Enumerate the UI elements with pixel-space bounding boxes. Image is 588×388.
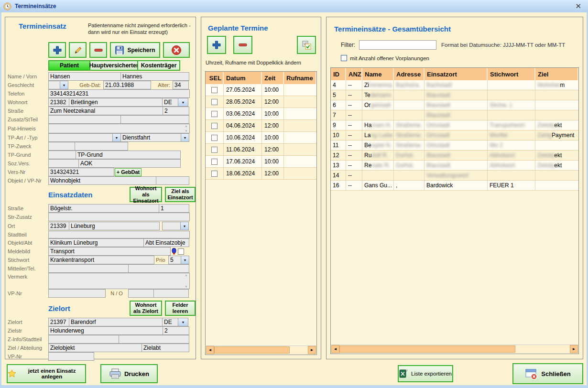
termin-zeit[interactable]: 12:00 bbox=[262, 168, 284, 179]
z-info-field2[interactable] bbox=[119, 335, 189, 344]
row-checkbox[interactable] bbox=[211, 111, 218, 117]
delete-button[interactable] bbox=[89, 42, 107, 58]
city-field[interactable]: Brietlingen bbox=[69, 98, 163, 107]
print-button[interactable]: Drucken bbox=[100, 364, 158, 383]
scrollbar[interactable]: ▲▼ bbox=[184, 274, 189, 288]
col-datum[interactable]: Datum bbox=[224, 72, 262, 84]
col-id[interactable]: ID bbox=[331, 68, 346, 80]
chevron-down-icon[interactable]: ▼ bbox=[181, 134, 189, 141]
birthdate-field[interactable]: 21.03.1988 bbox=[103, 81, 151, 89]
termin-rufname[interactable] bbox=[284, 132, 316, 143]
versnr-field[interactable]: 314324321 bbox=[48, 168, 114, 176]
planned-termin-row[interactable]: 04.06.2024 12:00 bbox=[206, 120, 316, 132]
col-zeit[interactable]: Zeit bbox=[262, 72, 284, 84]
edit-button[interactable] bbox=[69, 42, 87, 58]
z-abt-field[interactable]: Zielabt bbox=[142, 344, 189, 352]
vorplanungen-checkbox[interactable] bbox=[341, 55, 347, 61]
gebdat-button[interactable]: + GebDat bbox=[115, 168, 142, 176]
scrollbar-thumb[interactable] bbox=[214, 346, 290, 354]
termin-datum[interactable]: 11.06.2024 bbox=[224, 144, 262, 155]
phone-field[interactable]: 334143214231 bbox=[48, 89, 190, 98]
scroll-left-button[interactable]: ◄ bbox=[331, 345, 339, 353]
overview-row[interactable]: 14 -- Verwaltungswort bbox=[331, 171, 578, 181]
col-name[interactable]: Name bbox=[362, 68, 394, 80]
termin-zeit[interactable]: 10:00 bbox=[262, 84, 284, 96]
overview-row[interactable]: 7 -- Blaustadt bbox=[331, 110, 578, 120]
chevron-down-icon[interactable]: ▼ bbox=[180, 222, 188, 230]
chevron-down-icon[interactable]: ▼ bbox=[112, 134, 120, 141]
scroll-left-button[interactable]: ◄ bbox=[206, 346, 214, 354]
e-mitteiler-field2[interactable] bbox=[128, 264, 189, 273]
z-housenr-field[interactable]: 2 bbox=[163, 326, 189, 335]
termin-zeit[interactable]: 12:00 bbox=[262, 96, 284, 108]
overview-row[interactable]: 10 -- Lang Ludw. Straßenw. Ortsstadt Wor… bbox=[331, 130, 578, 140]
street-field[interactable]: Zum Neetzekanal bbox=[48, 107, 163, 115]
felder-leeren-button[interactable]: Felder leeren bbox=[165, 301, 196, 316]
z-vpnr-field[interactable] bbox=[48, 352, 94, 361]
termin-zeit[interactable]: 12:00 bbox=[262, 144, 284, 155]
overview-row[interactable]: 13 -- Renate R. Dorfstr. Blaustadt Abhol… bbox=[331, 161, 578, 171]
add-termin-button[interactable] bbox=[207, 36, 226, 54]
scroll-right-button[interactable]: ► bbox=[570, 345, 578, 353]
termin-rufname[interactable] bbox=[284, 144, 316, 155]
meldebild-checkbox[interactable] bbox=[178, 248, 184, 255]
overview-row[interactable]: 4 -- Zimmerma. Bachstra. Bachstadt Wohnh… bbox=[331, 80, 578, 90]
z-street-field[interactable]: Holunderweg bbox=[48, 326, 163, 335]
overview-row[interactable]: 6 -- Orgelstadt Blaustadt Stichw. 1 bbox=[331, 100, 578, 110]
e-vpnr-field3[interactable] bbox=[153, 289, 189, 298]
z-objekt-field[interactable]: Zielobjekt bbox=[48, 344, 142, 352]
zip-field[interactable]: 21382 bbox=[48, 98, 69, 107]
e-city-field[interactable]: Lüneburg bbox=[69, 222, 160, 230]
housenr-field[interactable]: 2 bbox=[163, 107, 189, 115]
col-einsatzort[interactable]: Einsatzort bbox=[425, 68, 488, 80]
ziel-als-einsatzort-button[interactable]: Ziel als Einsatzort bbox=[165, 187, 196, 202]
vp-nr-field[interactable] bbox=[156, 176, 189, 185]
planned-termin-row[interactable]: 03.06.2024 10:00 bbox=[206, 108, 316, 120]
e-abt-field[interactable]: Abt Einsatzobje bbox=[143, 238, 189, 247]
col-stichwort[interactable]: Stichwort bbox=[488, 68, 535, 80]
tp-zweck-field1[interactable] bbox=[48, 142, 75, 151]
termin-rufname[interactable] bbox=[284, 96, 316, 108]
e-stichwort-field[interactable]: Krankentransport bbox=[48, 256, 154, 264]
tab-patient[interactable]: Patient bbox=[48, 60, 90, 71]
chevron-down-icon[interactable]: ▼ bbox=[181, 256, 189, 264]
select-all-button[interactable] bbox=[297, 36, 316, 54]
lastname-field[interactable]: Hansen bbox=[48, 72, 121, 81]
e-stadtteil-field[interactable] bbox=[48, 231, 190, 238]
scrollbar-thumb[interactable] bbox=[339, 345, 515, 353]
zusatz-field2[interactable] bbox=[120, 115, 189, 124]
tp-typ-select[interactable]: Dienstfahrt▼ bbox=[120, 133, 189, 142]
overview-row[interactable]: 11 -- Beispiel N. Straßenw. Ortsstadt Wo… bbox=[331, 140, 578, 151]
tp-grund-field2[interactable]: TP-Grund bbox=[76, 151, 181, 159]
planned-termin-row[interactable]: 18.06.2024 12:00 bbox=[206, 168, 316, 180]
row-checkbox[interactable] bbox=[211, 147, 218, 153]
scroll-right-button[interactable]: ► bbox=[308, 346, 316, 354]
tp-grund-field1[interactable] bbox=[48, 151, 76, 159]
row-checkbox[interactable] bbox=[211, 99, 218, 105]
chevron-down-icon[interactable]: ▼ bbox=[60, 81, 68, 89]
remove-termin-button[interactable] bbox=[233, 36, 252, 54]
overview-row[interactable]: 12 -- Rudolf R. Dorfstr. Blaustadt Abhol… bbox=[331, 151, 578, 161]
termin-zeit[interactable]: 12:00 bbox=[262, 120, 284, 131]
export-list-button[interactable]: Liste exportieren bbox=[398, 365, 453, 382]
tp-art-select[interactable]: ▼ bbox=[48, 133, 121, 142]
overview-row[interactable]: 5 -- Tedemann Blaustadt bbox=[331, 90, 578, 100]
create-einsatz-button[interactable]: jetzt einen Einsatz anlegen bbox=[7, 364, 86, 383]
planned-termin-row[interactable]: 11.06.2024 12:00 bbox=[206, 144, 316, 156]
row-checkbox[interactable] bbox=[211, 159, 218, 165]
e-street-field[interactable]: Bögelstr. bbox=[48, 204, 159, 213]
termin-rufname[interactable] bbox=[284, 108, 316, 119]
termin-rufname[interactable] bbox=[284, 84, 316, 96]
e-land-select[interactable]: ▼ bbox=[162, 222, 189, 230]
termin-datum[interactable]: 10.06.2024 bbox=[224, 132, 262, 143]
termin-rufname[interactable] bbox=[284, 156, 316, 167]
termin-rufname[interactable] bbox=[284, 168, 316, 179]
e-vermerk-textarea[interactable]: ▲▼ bbox=[48, 273, 190, 289]
planned-termin-row[interactable]: 17.06.2024 10:00 bbox=[206, 156, 316, 168]
termin-datum[interactable]: 28.05.2024 bbox=[224, 96, 262, 108]
row-checkbox[interactable] bbox=[211, 135, 218, 141]
termin-zeit[interactable]: 10:00 bbox=[262, 132, 284, 143]
termin-datum[interactable]: 27.05.2024 bbox=[224, 84, 262, 96]
country-field[interactable]: DE bbox=[162, 98, 178, 107]
col-adresse[interactable]: Adresse bbox=[394, 68, 425, 80]
